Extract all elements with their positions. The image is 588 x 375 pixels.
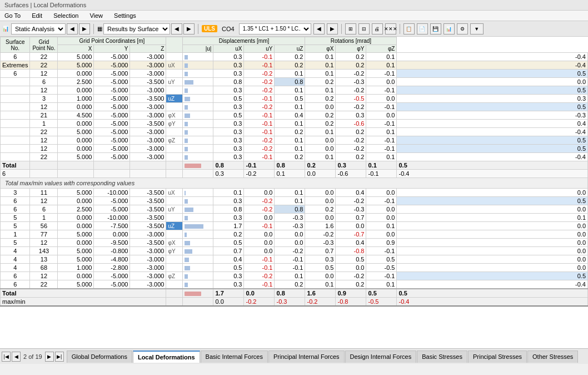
tab-principal-internal-forces[interactable]: Principal Internal Forces [268, 351, 345, 363]
cell-phiy: -0.1 [366, 103, 397, 111]
cell-z: -3.000 [130, 145, 166, 153]
formula-select[interactable]: 1.35 * LC1 + 1.50 * LC... [239, 23, 311, 34]
minmax2-lbl [166, 298, 183, 307]
tab-basic-internal-forces[interactable]: Basic Internal Forces [201, 351, 268, 363]
tab-basic-stresses[interactable]: Basic Stresses [417, 351, 467, 363]
results-select[interactable]: Results by Surface [103, 23, 170, 34]
analysis-select[interactable]: Static Analysis [11, 23, 66, 34]
view-btn2[interactable]: ⊟ [358, 23, 370, 34]
cell-uz: 0.2 [305, 95, 336, 103]
cell-surface: 5 [1, 214, 30, 222]
cell-ux: 0.0 [244, 214, 275, 222]
tab-local-deformations[interactable]: Local Deformations [133, 351, 200, 363]
cell-label: uY [166, 205, 183, 214]
data-table-wrapper[interactable]: SurfaceNo. GridPoint No. Grid Point Coor… [0, 37, 588, 348]
cell-phix: 0.2 [336, 280, 366, 289]
s6-phiy: -0.1 [366, 170, 397, 178]
tab-design-internal-forces[interactable]: Design Internal Forces [345, 351, 417, 363]
cell-phix: 0.0 [336, 264, 366, 272]
cell-surface [1, 86, 30, 95]
cell-bar [183, 70, 213, 78]
view-btn3[interactable]: 🖨 [372, 23, 383, 34]
th-uz: uZ [275, 45, 305, 53]
cell-phix: -0.8 [336, 247, 366, 255]
cell-uz: 0.7 [305, 247, 336, 255]
tab-prev-btn[interactable]: ◀ [12, 352, 21, 362]
tab-global-deformations[interactable]: Global Deformations [67, 351, 132, 363]
cell-phiz: 0.0 [397, 239, 588, 247]
cell-y: -5.000 [94, 128, 130, 136]
cell-uy: 0.2 [275, 153, 305, 161]
cell-label: uZ [166, 95, 183, 103]
cell-ux: -0.1 [244, 255, 275, 264]
cell-absu: 0.3 [213, 145, 244, 153]
cell-phiy: 0.0 [366, 214, 397, 222]
table-row: 6 22 5.000 -5.000 -3.000 0.3 -0.1 0.2 0.… [1, 280, 588, 289]
cell-surface [1, 153, 30, 161]
export-btn4[interactable]: 📊 [444, 23, 455, 34]
cell-absu: 0.3 [213, 136, 244, 145]
cell-uy: 0.0 [275, 230, 305, 239]
cell-y: -9.500 [94, 239, 130, 247]
formula-prev-btn[interactable]: ◀ [313, 23, 325, 34]
analysis-next-btn[interactable]: ▶ [79, 23, 90, 34]
filter-btn[interactable]: ▼ [470, 23, 484, 34]
cell-x: 0.000 [58, 214, 94, 222]
s6-uz: 0.0 [305, 170, 336, 178]
menu-view[interactable]: View [87, 12, 105, 19]
cell-surface [1, 145, 30, 153]
cell-phix: -0.2 [336, 272, 366, 280]
view-btn1[interactable]: ⊞ [345, 23, 356, 34]
cell-ux: -0.1 [244, 120, 275, 128]
cell-bar [183, 145, 213, 153]
view-btn4[interactable]: ✕✕✕ [385, 23, 396, 34]
cell-uz: 0.2 [305, 120, 336, 128]
cell-z: -3.000 [130, 103, 166, 111]
cell-absu: 0.3 [213, 153, 244, 161]
cell-y: -5.000 [94, 78, 130, 86]
tab-first-btn[interactable]: |◀ [2, 352, 11, 362]
cell-label [166, 70, 183, 78]
cell-phiy: 0.0 [366, 230, 397, 239]
cell-grid: 12 [30, 145, 58, 153]
cell-phiy: 0.0 [366, 111, 397, 120]
export-btn5[interactable]: ⚙ [457, 23, 468, 34]
cell-uz: 0.1 [305, 128, 336, 136]
menu-selection[interactable]: Selection [51, 12, 81, 19]
formula-next-btn[interactable]: ▶ [327, 23, 338, 34]
th-y: Y [94, 45, 130, 53]
tab-next-btn[interactable]: ▶ [45, 352, 54, 362]
menu-edit[interactable]: Edit [29, 12, 44, 19]
cell-grid: 12 [30, 103, 58, 111]
cell-surface: 4 [1, 255, 30, 264]
table-row-total: Total 0.8 -0.1 0.8 0.2 0.3 0.1 0.5 [1, 161, 588, 170]
export-btn1[interactable]: 📋 [403, 23, 415, 34]
tab-other-stresses[interactable]: Other Stresses [527, 351, 578, 363]
tab-principal-stresses[interactable]: Principal Stresses [468, 351, 527, 363]
th-z: Z [130, 45, 166, 53]
analysis-prev-btn[interactable]: ◀ [67, 23, 78, 34]
cell-phiz: 0.4 [397, 120, 588, 128]
cell-z: -3.000 [130, 230, 166, 239]
cell-x: 0.000 [58, 103, 94, 111]
table-row: 4 143 5.000 -0.800 -3.000 φY 0.7 0.0 -0.… [1, 247, 588, 255]
table-row: 3 11 5.000 -10.000 -3.500 uX 0.1 0.0 0.1… [1, 189, 588, 197]
cell-phiz: -0.3 [397, 111, 588, 120]
results-prev-btn[interactable]: ◀ [171, 23, 182, 34]
cell-phix: -0.3 [336, 205, 366, 214]
tab-last-btn[interactable]: ▶| [55, 352, 64, 362]
export-btn2[interactable]: 📄 [417, 23, 428, 34]
results-next-btn[interactable]: ▶ [183, 23, 195, 34]
cell-bar [183, 111, 213, 120]
total-label: Total [1, 161, 30, 170]
export-btn3[interactable]: 💾 [430, 23, 441, 34]
menu-goto[interactable]: Go To [2, 12, 23, 19]
cell-surface [1, 120, 30, 128]
cell-x: 0.000 [58, 239, 94, 247]
total2-lbl [166, 289, 183, 298]
table-row-minmax2: max/min 0.0 -0.2 -0.3 -0.2 -0.8 -0.5 -0.… [1, 298, 588, 307]
total-grid [30, 161, 58, 170]
table-row: 4 68 1.000 -2.800 -3.000 0.5 -0.1 -0.1 0… [1, 264, 588, 272]
cell-label [166, 214, 183, 222]
menu-settings[interactable]: Settings [112, 12, 138, 19]
